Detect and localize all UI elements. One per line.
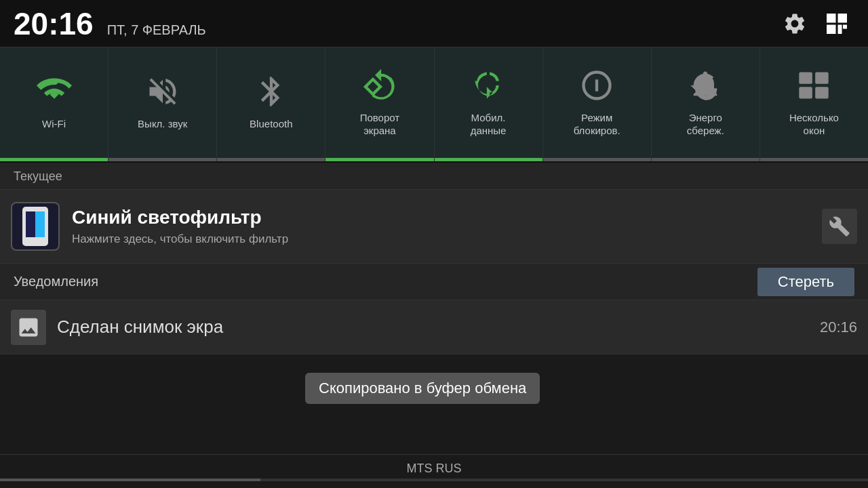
sound-label: Выкл. звук [138,117,187,131]
toggle-energy[interactable]: Энерго сбереж. [652,47,760,161]
wifi-label: Wi-Fi [42,117,66,131]
screenshot-notification[interactable]: Сделан снимок экра 20:16 [0,300,868,354]
notification-card[interactable]: Синий светофильтр Нажмите здесь, чтобы в… [0,190,868,264]
notif-title: Синий светофильтр [72,207,822,228]
svg-rect-2 [827,24,836,34]
bluetooth-label: Bluetooth [250,117,292,131]
mobile-data-icon [468,65,509,106]
clipboard-tooltip-text: Скопировано в буфер обмена [319,380,526,396]
toggle-multiwindow[interactable]: Несколько окон [760,47,868,161]
bottom-line-fill [0,479,260,481]
svg-rect-4 [843,24,847,28]
svg-rect-1 [838,14,848,23]
screenshot-text: Сделан снимок экра [57,317,820,338]
bluetooth-active-bar [217,158,325,161]
notif-settings-button[interactable] [822,209,857,244]
time-date: 20:16 ПТ, 7 ФЕВРАЛЬ [14,5,206,42]
sound-active-bar [108,158,216,161]
toggle-wifi[interactable]: Wi-Fi [0,47,108,161]
svg-rect-3 [838,24,842,34]
toggle-rotation[interactable]: Поворот экрана [326,47,434,161]
multiwindow-active-bar [760,158,868,161]
bottom-line [0,479,868,481]
mobile-data-label: Мобил. данные [471,111,507,138]
toggle-sound[interactable]: Выкл. звук [108,47,217,161]
rotation-label: Поворот экрана [360,111,400,138]
toggle-block[interactable]: Режим блокиров. [543,47,652,161]
status-icons [777,6,854,41]
quick-toggles: Wi-Fi Выкл. звук Bluetooth Поворот экран… [0,47,868,163]
energy-icon [685,65,726,106]
block-active-bar [543,158,651,161]
svg-rect-8 [816,72,829,83]
notif-subtitle: Нажмите здесь, чтобы включить фильтр [72,232,822,246]
notif-text-area: Синий светофильтр Нажмите здесь, чтобы в… [72,207,822,246]
multiwindow-header-icon-btn[interactable] [819,6,854,41]
notif-app-icon [11,202,60,251]
bluetooth-icon [251,71,292,112]
current-label: Текущее [14,169,62,183]
current-section-header: Текущее [0,163,868,190]
rotation-icon [359,65,400,106]
screenshot-icon [11,310,46,345]
bottom-bar: MTS RUS [0,454,868,488]
block-icon [576,65,617,106]
svg-rect-7 [800,72,813,83]
energy-active-bar [652,158,760,161]
mute-icon [142,71,183,112]
toggle-bluetooth[interactable]: Bluetooth [217,47,326,161]
status-bar: 20:16 ПТ, 7 ФЕВРАЛЬ [0,0,868,47]
multiwindow-icon [793,65,834,106]
screenshot-time: 20:16 [820,319,857,336]
toggle-mobile-data[interactable]: Мобил. данные [435,47,543,161]
phone-screen-left [26,211,35,237]
block-label: Режим блокиров. [574,111,620,138]
svg-rect-10 [816,87,829,98]
settings-icon-btn[interactable] [777,6,812,41]
wifi-icon [34,71,75,112]
multiwindow-label: Несколько окон [789,111,839,138]
notifications-header: Уведомления Стереть [0,264,868,300]
rotation-active-bar [326,158,433,161]
date-display: ПТ, 7 ФЕВРАЛЬ [107,22,206,38]
mobile-data-active-bar [435,158,542,161]
energy-label: Энерго сбереж. [687,111,724,138]
clear-notifications-button[interactable]: Стереть [757,268,854,296]
clipboard-tooltip: Скопировано в буфер обмена [305,373,540,404]
time-display: 20:16 [14,5,94,42]
svg-rect-0 [827,14,836,23]
notif-icon-inner [15,206,56,247]
notifications-label: Уведомления [14,274,98,289]
carrier-name: MTS RUS [407,462,462,476]
svg-rect-9 [800,87,813,98]
wifi-active-bar [0,158,108,161]
